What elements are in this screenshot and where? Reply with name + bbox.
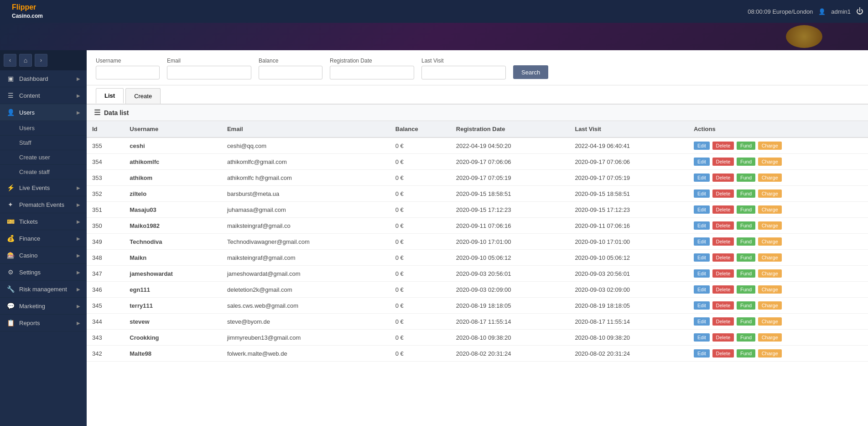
sidebar-nav-back[interactable]: ‹ <box>4 54 16 67</box>
edit-button[interactable]: Edit <box>694 285 710 294</box>
charge-button[interactable]: Charge <box>758 221 782 230</box>
fund-button[interactable]: Fund <box>737 333 755 342</box>
cell-username: egn111 <box>124 282 222 298</box>
data-list-header: ☰ Data list <box>87 105 868 121</box>
fund-button[interactable]: Fund <box>737 189 755 198</box>
edit-button[interactable]: Edit <box>694 349 710 358</box>
delete-button[interactable]: Delete <box>712 269 734 278</box>
sidebar-item-settings[interactable]: ⚙ Settings ▶ <box>0 264 87 281</box>
last-visit-input[interactable] <box>421 66 506 79</box>
balance-input[interactable] <box>259 66 322 79</box>
sidebar-item-risk[interactable]: 🔧 Risk management ▶ <box>0 281 87 298</box>
delete-button[interactable]: Delete <box>712 158 734 166</box>
delete-button[interactable]: Delete <box>712 205 734 214</box>
live-events-icon: ⚡ <box>6 184 15 191</box>
delete-button[interactable]: Delete <box>712 142 734 150</box>
fund-button[interactable]: Fund <box>737 301 755 310</box>
username-label: Username <box>96 58 160 64</box>
cell-email: athikomlfc h@gmail.com <box>222 170 390 186</box>
fund-button[interactable]: Fund <box>737 317 755 326</box>
cell-reg-date: 2020-09-11 07:06:16 <box>451 218 570 234</box>
fund-button[interactable]: Fund <box>737 142 755 150</box>
charge-button[interactable]: Charge <box>758 158 782 166</box>
cell-email: juhamasa@gmail.com <box>222 202 390 218</box>
delete-button[interactable]: Delete <box>712 333 734 342</box>
edit-button[interactable]: Edit <box>694 333 710 342</box>
fund-button[interactable]: Fund <box>737 205 755 214</box>
sidebar-item-live-events[interactable]: ⚡ Live Events ▶ <box>0 179 87 196</box>
charge-button[interactable]: Charge <box>758 174 782 182</box>
edit-button[interactable]: Edit <box>694 174 710 182</box>
charge-button[interactable]: Charge <box>758 317 782 326</box>
edit-button[interactable]: Edit <box>694 142 710 150</box>
sidebar-item-content[interactable]: ☰ Content ▶ <box>0 87 87 104</box>
delete-button[interactable]: Delete <box>712 285 734 294</box>
delete-button[interactable]: Delete <box>712 174 734 182</box>
delete-button[interactable]: Delete <box>712 253 734 262</box>
cell-username: stevew <box>124 314 222 330</box>
fund-button[interactable]: Fund <box>737 237 755 246</box>
edit-button[interactable]: Edit <box>694 269 710 278</box>
edit-button[interactable]: Edit <box>694 221 710 230</box>
risk-icon: 🔧 <box>6 285 15 293</box>
logout-icon[interactable]: ⏻ <box>856 7 863 16</box>
charge-button[interactable]: Charge <box>758 301 782 310</box>
search-button[interactable]: Search <box>513 65 548 79</box>
charge-button[interactable]: Charge <box>758 237 782 246</box>
delete-button[interactable]: Delete <box>712 317 734 326</box>
sidebar-item-reports[interactable]: 📋 Reports ▶ <box>0 315 87 331</box>
charge-button[interactable]: Charge <box>758 189 782 198</box>
edit-button[interactable]: Edit <box>694 253 710 262</box>
charge-button[interactable]: Charge <box>758 333 782 342</box>
sidebar-item-tickets[interactable]: 🎫 Tickets ▶ <box>0 213 87 230</box>
sidebar-item-users[interactable]: 👤 Users ▶ <box>0 104 87 121</box>
charge-button[interactable]: Charge <box>758 349 782 358</box>
sidebar-subitem-create-user[interactable]: Create user <box>0 150 87 165</box>
tab-create[interactable]: Create <box>125 88 161 104</box>
charge-button[interactable]: Charge <box>758 285 782 294</box>
charge-button[interactable]: Charge <box>758 205 782 214</box>
charge-button[interactable]: Charge <box>758 253 782 262</box>
sidebar-subitem-staff[interactable]: Staff <box>0 136 87 150</box>
cell-balance: 0 € <box>390 314 451 330</box>
delete-button[interactable]: Delete <box>712 301 734 310</box>
delete-button[interactable]: Delete <box>712 237 734 246</box>
sidebar-item-finance[interactable]: 💰 Finance ▶ <box>0 230 87 247</box>
sidebar-item-marketing[interactable]: 💬 Marketing ▶ <box>0 298 87 315</box>
sidebar-item-casino[interactable]: 🎰 Casino ▶ <box>0 247 87 264</box>
fund-button[interactable]: Fund <box>737 158 755 166</box>
fund-button[interactable]: Fund <box>737 269 755 278</box>
edit-button[interactable]: Edit <box>694 189 710 198</box>
sidebar-item-prematch[interactable]: ✦ Prematch Events ▶ <box>0 196 87 213</box>
fund-button[interactable]: Fund <box>737 349 755 358</box>
fund-button[interactable]: Fund <box>737 221 755 230</box>
cell-balance: 0 € <box>390 266 451 282</box>
table-body: 355 ceshi ceshi@qq.com 0 € 2022-04-19 04… <box>87 137 868 362</box>
sidebar-label-casino: Casino <box>19 252 37 259</box>
edit-button[interactable]: Edit <box>694 237 710 246</box>
cell-actions: Edit Delete Fund Charge <box>688 186 868 202</box>
username-input[interactable] <box>96 66 160 79</box>
table-row: 354 athikomlfc athikomlfc@gmail.com 0 € … <box>87 154 868 170</box>
sidebar-subitem-create-staff[interactable]: Create staff <box>0 165 87 179</box>
reg-date-input[interactable] <box>330 66 414 79</box>
fund-button[interactable]: Fund <box>737 174 755 182</box>
charge-button[interactable]: Charge <box>758 142 782 150</box>
fund-button[interactable]: Fund <box>737 285 755 294</box>
delete-button[interactable]: Delete <box>712 349 734 358</box>
sidebar-nav-home[interactable]: ⌂ <box>19 54 32 67</box>
sidebar-nav-forward[interactable]: › <box>35 54 47 67</box>
delete-button[interactable]: Delete <box>712 189 734 198</box>
chevron-right-icon-10: ▶ <box>77 287 80 292</box>
email-input[interactable] <box>167 66 251 79</box>
sidebar-item-dashboard[interactable]: ▣ Dashboard ▶ <box>0 70 87 87</box>
edit-button[interactable]: Edit <box>694 301 710 310</box>
charge-button[interactable]: Charge <box>758 269 782 278</box>
sidebar-subitem-users[interactable]: Users <box>0 121 87 136</box>
edit-button[interactable]: Edit <box>694 205 710 214</box>
fund-button[interactable]: Fund <box>737 253 755 262</box>
edit-button[interactable]: Edit <box>694 317 710 326</box>
tab-list[interactable]: List <box>96 88 124 104</box>
edit-button[interactable]: Edit <box>694 158 710 166</box>
delete-button[interactable]: Delete <box>712 221 734 230</box>
